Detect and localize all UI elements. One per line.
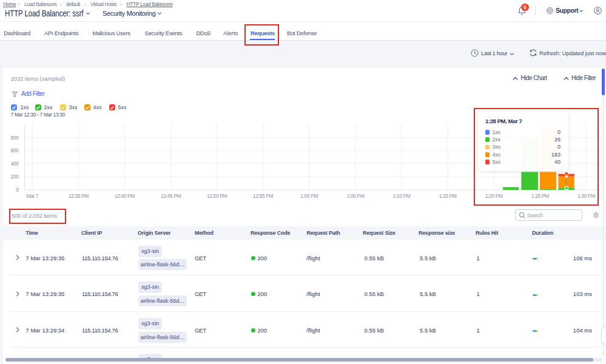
svg-text:12:40 PM: 12:40 PM — [115, 193, 135, 199]
svg-text:600: 600 — [11, 147, 19, 153]
svg-text:12:55 PM: 12:55 PM — [253, 193, 274, 199]
svg-text:800: 800 — [11, 135, 19, 141]
svg-text:400: 400 — [11, 161, 19, 167]
svg-text:1:15 PM: 1:15 PM — [439, 193, 457, 199]
svg-text:200: 200 — [11, 174, 19, 180]
svg-text:1:10 PM: 1:10 PM — [393, 193, 411, 199]
svg-text:Mar 7: Mar 7 — [26, 193, 38, 199]
svg-text:1:00 PM: 1:00 PM — [300, 193, 318, 199]
svg-text:0: 0 — [16, 187, 19, 193]
svg-text:12:35 PM: 12:35 PM — [69, 193, 89, 199]
svg-text:1:05 PM: 1:05 PM — [346, 193, 364, 199]
svg-text:12:50 PM: 12:50 PM — [207, 193, 227, 199]
svg-text:12:45 PM: 12:45 PM — [161, 193, 181, 199]
